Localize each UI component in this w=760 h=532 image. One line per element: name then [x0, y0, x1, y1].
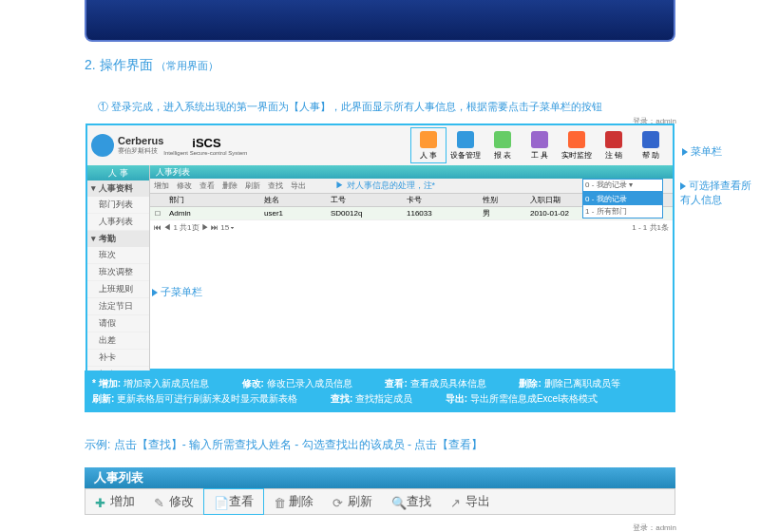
tb-export[interactable]: 导出	[291, 180, 306, 191]
btn-refresh[interactable]: ⟳刷新	[323, 488, 382, 515]
app-body: 人 事 ▾ 人事资料 部门列表 人事列表 ▾ 考勤 班次 班次调整 上班规则 法…	[87, 165, 673, 372]
section-title: 2. 操作界面 （常用界面）	[85, 57, 218, 74]
sidebar-item-trip[interactable]: 出差	[87, 332, 149, 350]
sidebar-item-leave[interactable]: 请假	[87, 315, 149, 332]
tools-icon	[531, 131, 548, 148]
sidebar-item-shiftadj[interactable]: 班次调整	[87, 264, 149, 281]
help-del: 删除: 删除已离职成员等	[519, 378, 635, 389]
help-search: 查找: 查找指定成员	[331, 393, 428, 404]
tb-edit[interactable]: 修改	[177, 180, 192, 191]
ann-submenu: 子菜单栏	[152, 285, 202, 299]
menu-help[interactable]: 帮 助	[633, 127, 669, 163]
sidebar-item-card[interactable]: 补卡	[87, 350, 149, 367]
bottom-tab[interactable]: 人事列表	[85, 467, 675, 488]
pager: ⏮ ◀ 1 共1页 ▶ ⏭ 15 ▾ 1 - 1 共1条	[150, 220, 673, 235]
banner-bar	[85, 0, 675, 42]
col-sex: 性别	[479, 195, 526, 205]
person-icon	[420, 131, 437, 148]
tb-search[interactable]: 查找	[268, 180, 283, 191]
pencil-icon: ✎	[154, 496, 165, 507]
btn-search[interactable]: 🔍查找	[382, 488, 441, 515]
filter-dropdown-popup: 0 - 我的记录 1 - 所有部门	[582, 192, 663, 218]
menu-bar: 人 事 设备管理 报 表 工 具 实时监控 注 销 帮 助	[410, 127, 669, 163]
tb-delete[interactable]: 删除	[222, 180, 238, 191]
help-add: * 增加: 增加录入新成员信息	[92, 378, 224, 389]
menu-report[interactable]: 报 表	[484, 127, 521, 163]
arrow-right-icon	[682, 148, 688, 156]
help-refresh: 刷新: 更新表格后可进行刷新来及时显示最新表格	[92, 393, 313, 404]
btn-edit[interactable]: ✎修改	[144, 488, 203, 515]
page-icon: 📄	[214, 496, 225, 507]
monitor-icon	[568, 131, 585, 148]
toolbar-note: ▶ 对人事信息的处理，注*	[335, 180, 435, 192]
row-check[interactable]: □	[150, 209, 165, 218]
menu-device[interactable]: 设备管理	[447, 127, 484, 163]
menu-monitor[interactable]: 实时监控	[559, 127, 595, 163]
bottom-panel: 人事列表 ✚增加 ✎修改 📄查看 🗑删除 ⟳刷新 🔍查找 ↗导出	[85, 467, 675, 515]
refresh-icon: ⟳	[332, 496, 344, 507]
tb-add[interactable]: 增加	[154, 180, 169, 191]
logo-block: Cerberus 赛伯罗斯科技	[91, 134, 163, 157]
logo-icon	[91, 134, 114, 157]
app-window: Cerberus 赛伯罗斯科技 iSCS Intelligent Secure-…	[86, 124, 674, 370]
toolbar: 增加 修改 查看 删除 刷新 查找 导出 ▶ 对人事信息的处理，注* 0 - 我…	[150, 179, 673, 194]
export-icon: ↗	[450, 496, 462, 507]
tb-view[interactable]: 查看	[200, 180, 215, 191]
section-sub: （常用界面）	[156, 60, 218, 71]
plus-icon: ✚	[95, 496, 106, 507]
arrow-right-icon	[152, 289, 158, 296]
btn-add[interactable]: ✚增加	[86, 488, 144, 515]
desc-text: 登录完成，进入系统出现的第一界面为【人事】，此界面显示所有人事信息，根据需要点击…	[111, 101, 602, 112]
section-title-text: 操作界面	[100, 57, 153, 72]
btn-delete[interactable]: 🗑删除	[264, 488, 323, 515]
sidebar-group-hr[interactable]: ▾ 人事资料	[87, 180, 149, 197]
row-dept: Admin	[165, 209, 260, 218]
col-emp: 工号	[327, 195, 403, 205]
sidebar-item-holiday[interactable]: 法定节日	[87, 298, 149, 315]
content-tab[interactable]: 人事列表	[150, 165, 673, 179]
help-bar: * 增加: 增加录入新成员信息 修改: 修改已录入成员信息 查看: 查看成员具体…	[85, 370, 675, 412]
row-emp: SD0012q	[327, 209, 403, 218]
sidebar-item-rules[interactable]: 上班规则	[87, 281, 149, 298]
product-name: iSCS	[192, 136, 247, 150]
report-icon	[494, 131, 511, 148]
tb-refresh[interactable]: 刷新	[245, 180, 260, 191]
product-sub: Intelligent Secure-control System	[163, 150, 247, 156]
row-sex: 男	[479, 208, 526, 218]
help-icon	[642, 131, 659, 148]
filter-opt-all[interactable]: 1 - 所有部门	[583, 205, 662, 218]
col-name: 姓名	[260, 195, 327, 205]
col-card: 卡号	[403, 195, 479, 205]
device-icon	[457, 131, 474, 148]
row-name: user1	[260, 209, 327, 218]
content: 人事列表 增加 修改 查看 删除 刷新 查找 导出 ▶ 对人事信息的处理，注* …	[150, 165, 673, 372]
example-text: 示例: 点击【查找】- 输入所需查找人姓名 - 勾选查找出的该成员 - 点击【查…	[85, 437, 483, 453]
logo-cn: 赛伯罗斯科技	[118, 146, 163, 156]
menu-tools[interactable]: 工 具	[522, 127, 558, 163]
filter-opt-mine[interactable]: 0 - 我的记录	[583, 193, 662, 205]
help-view: 查看: 查看成员具体信息	[385, 378, 501, 389]
desc-num: ①	[98, 101, 108, 112]
sidebar-item-dept[interactable]: 部门列表	[87, 197, 149, 214]
pager-info: 1 - 1 共1条	[632, 222, 669, 233]
help-edit: 修改: 修改已录入成员信息	[242, 378, 368, 389]
arrow-right-icon	[680, 182, 686, 190]
btn-view[interactable]: 📄查看	[203, 488, 264, 515]
pager-nav[interactable]: ⏮ ◀ 1 共1页 ▶ ⏭ 15 ▾	[154, 222, 235, 233]
section-num: 2.	[85, 57, 96, 72]
menu-personnel[interactable]: 人 事	[410, 127, 446, 163]
sidebar: 人 事 ▾ 人事资料 部门列表 人事列表 ▾ 考勤 班次 班次调整 上班规则 法…	[87, 165, 150, 372]
sidebar-item-personnel[interactable]: 人事列表	[87, 214, 149, 231]
sidebar-group-attend[interactable]: ▾ 考勤	[87, 231, 149, 247]
row-card: 116033	[403, 209, 479, 218]
trash-icon: 🗑	[274, 496, 285, 507]
logo-name: Cerberus	[118, 135, 163, 146]
sidebar-item-shift[interactable]: 班次	[87, 247, 149, 264]
btn-export[interactable]: ↗导出	[441, 488, 500, 515]
desc-line: ① 登录完成，进入系统出现的第一界面为【人事】，此界面显示所有人事信息，根据需要…	[98, 100, 602, 114]
status-user-2: 登录：admin	[633, 522, 676, 532]
menu-logout[interactable]: 注 销	[596, 127, 632, 163]
ann-filter: 可选择查看所有人信息	[680, 179, 760, 207]
help-export: 导出: 导出所需信息成Excel表格模式	[446, 393, 614, 404]
filter-dropdown[interactable]: 0 - 我的记录 ▾	[582, 179, 663, 192]
